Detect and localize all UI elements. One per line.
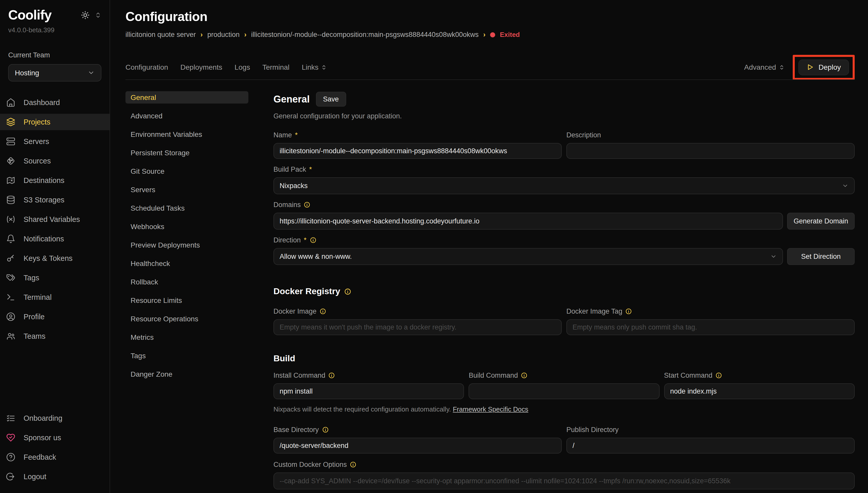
base-directory-input[interactable] — [273, 438, 562, 453]
description-label: Description — [566, 131, 601, 139]
general-subtitle: General configuration for your applicati… — [273, 112, 855, 120]
required-mark: * — [309, 166, 312, 173]
generate-domain-button[interactable]: Generate Domain — [787, 213, 855, 230]
status-dot — [490, 32, 495, 37]
framework-docs-link[interactable]: Framework Specific Docs — [453, 405, 528, 413]
theme-chevrons-icon[interactable] — [95, 12, 101, 18]
breadcrumb-environment[interactable]: production — [207, 31, 239, 39]
subnav-item-healthcheck[interactable]: Healthcheck — [125, 257, 248, 270]
subnav-item-persistent-storage[interactable]: Persistent Storage — [125, 147, 248, 159]
docker-image-label: Docker Image — [273, 307, 317, 315]
publish-directory-label: Publish Directory — [566, 426, 619, 433]
subnav-item-webhooks[interactable]: Webhooks — [125, 220, 248, 233]
sidebar-item-keys-tokens[interactable]: Keys & Tokens — [0, 250, 110, 266]
subnav-item-rollback[interactable]: Rollback — [125, 276, 248, 288]
theme-sun-icon[interactable] — [81, 11, 90, 20]
subnav-item-scheduled-tasks[interactable]: Scheduled Tasks — [125, 202, 248, 214]
docker-image-tag-input[interactable] — [566, 319, 855, 335]
docker-image-tag-label: Docker Image Tag — [566, 307, 622, 315]
sidebar-item-sponsor-us[interactable]: Sponsor us — [0, 429, 110, 446]
sidebar-item-tags[interactable]: Tags — [0, 270, 110, 286]
git-icon — [6, 156, 15, 166]
logout-icon — [6, 472, 15, 481]
subnav-item-metrics[interactable]: Metrics — [125, 331, 248, 343]
info-icon — [320, 308, 326, 315]
subnav-item-general[interactable]: General — [125, 91, 248, 104]
build-pack-select[interactable]: Nixpacks — [273, 177, 855, 194]
info-icon — [310, 237, 316, 243]
subnav-item-resource-operations[interactable]: Resource Operations — [125, 313, 248, 325]
sidebar-item-profile[interactable]: Profile — [0, 308, 110, 325]
terminal-icon — [6, 293, 15, 302]
domains-input[interactable] — [273, 213, 783, 230]
subnav-item-preview-deployments[interactable]: Preview Deployments — [125, 239, 248, 251]
sidebar-item-sources[interactable]: Sources — [0, 153, 110, 169]
divider — [125, 80, 855, 80]
sidebar-item-dashboard[interactable]: Dashboard — [0, 94, 110, 111]
app-logo[interactable]: Coolify — [8, 7, 51, 23]
sidebar-item-destinations[interactable]: Destinations — [0, 172, 110, 189]
tab-terminal[interactable]: Terminal — [262, 63, 290, 71]
advanced-dropdown[interactable]: Advanced — [744, 63, 785, 71]
subnav-item-advanced[interactable]: Advanced — [125, 110, 248, 122]
sidebar-item-servers[interactable]: Servers — [0, 133, 110, 150]
subnav-item-resource-limits[interactable]: Resource Limits — [125, 294, 248, 306]
user-circle-icon — [6, 312, 15, 321]
install-command-input[interactable] — [273, 383, 464, 399]
sidebar-item-logout[interactable]: Logout — [0, 468, 110, 485]
help-circle-icon — [6, 452, 15, 462]
deploy-highlight-box: Deploy — [793, 55, 855, 80]
sidebar-item-s3-storages[interactable]: S3 Storages — [0, 192, 110, 208]
subnav-item-git-source[interactable]: Git Source — [125, 165, 248, 177]
subnav-item-servers[interactable]: Servers — [125, 184, 248, 196]
build-command-input[interactable] — [469, 383, 660, 399]
sidebar-item-projects[interactable]: Projects — [0, 114, 110, 130]
key-icon — [6, 254, 15, 263]
build-command-label: Build Command — [469, 371, 518, 379]
name-input[interactable] — [273, 143, 562, 159]
tab-logs[interactable]: Logs — [234, 63, 250, 71]
app: Coolify v4.0.0-beta.399 Current Team Hos… — [0, 0, 868, 493]
tab-configuration[interactable]: Configuration — [125, 63, 168, 71]
info-icon — [715, 372, 722, 379]
play-icon — [807, 64, 814, 71]
required-mark: * — [295, 131, 298, 139]
publish-directory-input[interactable] — [566, 438, 855, 453]
checklist-icon — [6, 413, 15, 423]
tab-links[interactable]: Links — [302, 63, 327, 71]
server-icon — [6, 137, 15, 146]
domains-label: Domains — [273, 201, 301, 209]
sidebar-item-onboarding[interactable]: Onboarding — [0, 410, 110, 426]
status-badge: Exited — [500, 31, 520, 39]
general-heading: General — [273, 93, 310, 105]
layers-icon — [6, 117, 15, 127]
sidebar-item-notifications[interactable]: Notifications — [0, 231, 110, 247]
save-button[interactable]: Save — [316, 92, 346, 107]
bell-icon — [6, 234, 15, 243]
sidebar-item-terminal[interactable]: Terminal — [0, 289, 110, 305]
subnav-item-tags[interactable]: Tags — [125, 349, 248, 362]
subnav-item-environment-variables[interactable]: Environment Variables — [125, 128, 248, 141]
sidebar-item-feedback[interactable]: Feedback — [0, 449, 110, 465]
direction-select[interactable]: Allow www & non-www. — [273, 248, 783, 265]
chevron-down-icon — [842, 183, 848, 189]
team-select[interactable]: Hosting — [8, 64, 101, 82]
info-icon — [304, 201, 311, 208]
tab-deployments[interactable]: Deployments — [181, 63, 222, 71]
chevrons-up-down-icon — [779, 64, 785, 70]
set-direction-button[interactable]: Set Direction — [787, 248, 855, 265]
breadcrumb-project[interactable]: illicitonion quote server — [125, 31, 196, 39]
sidebar-item-shared-variables[interactable]: Shared Variables — [0, 211, 110, 228]
custom-docker-options-input[interactable] — [273, 472, 855, 489]
info-icon — [322, 426, 328, 433]
description-input[interactable] — [566, 143, 855, 159]
deploy-button[interactable]: Deploy — [799, 59, 849, 75]
subnav-item-danger-zone[interactable]: Danger Zone — [125, 368, 248, 380]
start-command-input[interactable] — [664, 383, 855, 399]
docker-image-input[interactable] — [273, 319, 562, 335]
sidebar-item-teams[interactable]: Teams — [0, 328, 110, 344]
breadcrumb-application[interactable]: illicitestonion/-module--decomposition:m… — [251, 31, 479, 39]
current-team-label: Current Team — [0, 51, 110, 59]
docker-registry-heading: Docker Registry — [273, 286, 340, 297]
app-version: v4.0.0-beta.399 — [0, 26, 110, 34]
